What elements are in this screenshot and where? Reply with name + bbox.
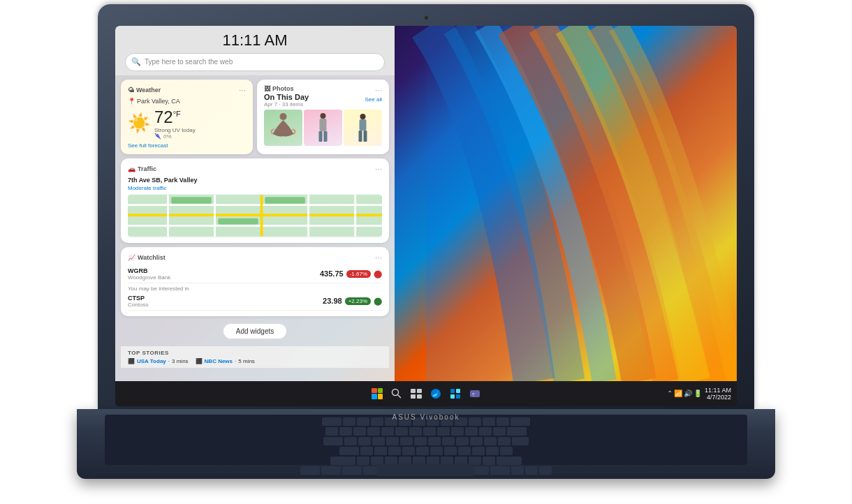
key-1[interactable]	[339, 427, 352, 436]
watchlist-widget-header: 📈 Watchlist ···	[128, 253, 382, 262]
key-g[interactable]	[416, 447, 429, 455]
watchlist-more-btn[interactable]: ···	[375, 253, 382, 262]
key-tab[interactable]	[323, 437, 343, 445]
traffic-more-btn[interactable]: ···	[375, 164, 382, 174]
key-shift-r[interactable]	[497, 457, 522, 465]
key-shift-l[interactable]	[330, 457, 355, 465]
key-arrow-right[interactable]	[539, 466, 552, 475]
taskbar-search-button[interactable]	[388, 385, 405, 402]
key-win[interactable]	[342, 466, 362, 475]
key-quote[interactable]	[500, 447, 513, 455]
key-arrow-up[interactable]	[525, 466, 538, 475]
key-arrow-left[interactable]	[511, 466, 524, 475]
key-fn[interactable]	[321, 466, 341, 475]
photo-thumb-1[interactable]	[264, 110, 302, 146]
key-f10[interactable]	[469, 417, 481, 426]
chevron-icon[interactable]: ⌃	[667, 390, 673, 397]
add-widgets-button[interactable]: Add widgets	[223, 323, 287, 339]
key-7[interactable]	[423, 427, 436, 436]
taskbar-taskview-button[interactable]	[408, 385, 425, 402]
windows-start-button[interactable]	[369, 385, 385, 402]
key-ctrl-r[interactable]	[490, 466, 510, 475]
key-del[interactable]	[511, 417, 530, 426]
laptop: 11:11 AM 🔍 Type here to search the web	[42, 4, 810, 500]
key-w[interactable]	[358, 437, 371, 445]
stock-1-indicator: ⬤	[374, 269, 382, 279]
key-f3[interactable]	[371, 417, 383, 426]
laptop-bottom: ASUS Vivobook	[77, 409, 775, 479]
photo-thumb-3[interactable]	[344, 110, 382, 146]
key-lbracket[interactable]	[484, 437, 497, 445]
speaker-icon[interactable]: 🔊	[684, 390, 692, 397]
weather-forecast-link[interactable]: See full forecast	[128, 142, 246, 149]
key-2[interactable]	[353, 427, 366, 436]
key-s[interactable]	[374, 447, 387, 455]
key-slash[interactable]	[483, 457, 495, 465]
key-backspace[interactable]	[507, 427, 527, 436]
key-f11[interactable]	[483, 417, 495, 426]
key-z[interactable]	[357, 457, 369, 465]
key-e[interactable]	[372, 437, 385, 445]
key-esc[interactable]	[322, 417, 341, 426]
key-k[interactable]	[458, 447, 471, 455]
top-stories: TOP STORIES ⬛ USA Today · 3 mins ⬛	[121, 346, 389, 368]
taskbar-browser-button[interactable]	[427, 385, 444, 402]
key-ctrl-l[interactable]	[300, 466, 320, 475]
key-minus[interactable]	[479, 427, 492, 436]
photos-see-all-btn[interactable]: See all	[365, 96, 382, 103]
weather-more-btn[interactable]: ···	[239, 85, 246, 95]
taskbar-center: T	[369, 385, 483, 402]
key-r[interactable]	[386, 437, 399, 445]
story-1[interactable]: ⬛ USA Today · 3 mins	[128, 358, 189, 364]
key-i[interactable]	[442, 437, 455, 445]
key-enter[interactable]	[512, 437, 529, 445]
key-rbracket[interactable]	[498, 437, 511, 445]
key-0[interactable]	[465, 427, 478, 436]
key-f2[interactable]	[357, 417, 369, 426]
photos-header-right: ··· See all	[365, 85, 382, 103]
key-f12[interactable]	[497, 417, 509, 426]
key-equals[interactable]	[493, 427, 506, 436]
key-p[interactable]	[470, 437, 483, 445]
photos-more-btn[interactable]: ···	[375, 85, 382, 95]
taskbar-widgets-button[interactable]	[447, 385, 464, 402]
key-5[interactable]	[395, 427, 408, 436]
key-o[interactable]	[456, 437, 469, 445]
key-capslock[interactable]	[339, 447, 359, 455]
key-t[interactable]	[400, 437, 413, 445]
stories-row: ⬛ USA Today · 3 mins ⬛ NBC News · 5 mins	[128, 358, 382, 364]
wifi-icon[interactable]: 📶	[674, 390, 682, 397]
key-f[interactable]	[402, 447, 415, 455]
key-d[interactable]	[388, 447, 401, 455]
taskbar-time[interactable]: 11:11 AM 4/7/2022	[705, 387, 731, 401]
stock-row-1[interactable]: WGRB Woodgrove Bank 435.75 -1.67% ⬤	[128, 265, 382, 283]
key-u[interactable]	[428, 437, 441, 445]
key-9[interactable]	[451, 427, 464, 436]
battery-icon[interactable]: 🔋	[693, 390, 702, 397]
key-4[interactable]	[381, 427, 394, 436]
key-h[interactable]	[430, 447, 443, 455]
photo-thumb-2[interactable]	[304, 110, 342, 146]
top-stories-label: TOP STORIES	[128, 350, 382, 356]
key-l[interactable]	[472, 447, 485, 455]
key-a[interactable]	[360, 447, 373, 455]
key-y[interactable]	[414, 437, 427, 445]
stock-row-2[interactable]: CTSP Contoso 23.98 +2.23% ⬤	[128, 292, 382, 311]
key-semicolon[interactable]	[486, 447, 499, 455]
key-q[interactable]	[344, 437, 357, 445]
traffic-location: 7th Ave SB, Park Valley	[128, 177, 382, 184]
key-8[interactable]	[437, 427, 450, 436]
key-j[interactable]	[444, 447, 457, 455]
key-3[interactable]	[367, 427, 380, 436]
key-f1[interactable]	[343, 417, 355, 426]
svg-rect-31	[456, 389, 460, 393]
map-area[interactable]	[128, 194, 382, 237]
story-2-time: ·	[235, 358, 236, 364]
key-6[interactable]	[409, 427, 422, 436]
taskbar-chat-button[interactable]: T	[467, 385, 483, 402]
svg-rect-28	[417, 394, 422, 399]
key-backtick[interactable]	[325, 427, 338, 436]
search-bar[interactable]: 🔍 Type here to search the web	[125, 53, 385, 71]
story-2[interactable]: ⬛ NBC News · 5 mins	[196, 358, 255, 364]
touchpad[interactable]	[377, 464, 475, 476]
